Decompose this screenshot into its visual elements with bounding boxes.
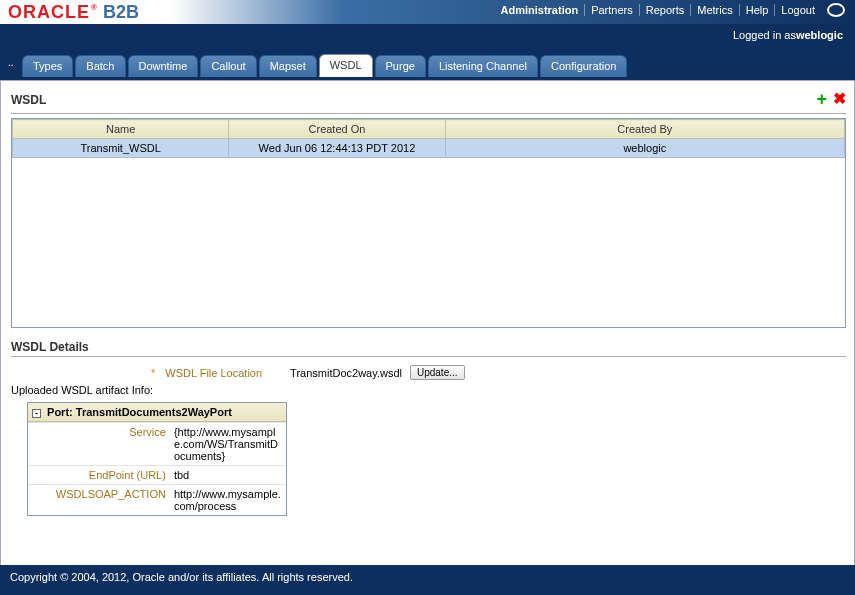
wsdl-table: Name Created On Created By Transmit_WSDL… [11,118,846,328]
cell-name: Transmit_WSDL [13,139,229,158]
logged-in-label: Logged in as [733,29,796,41]
table-header-row: Name Created On Created By [13,120,845,139]
table-row[interactable]: Transmit_WSDL Wed Jun 06 12:44:13 PDT 20… [13,139,845,158]
content: WSDL + ✖ Name Created On Created By Tran… [0,80,855,570]
table-empty-area [13,158,845,328]
tabs-area: .. Types Batch Downtime Callout Mapset W… [0,46,855,80]
artifact-row: EndPoint (URL) tbd [28,466,286,485]
tab-downtime[interactable]: Downtime [128,55,199,77]
collapse-icon[interactable]: - [32,409,41,418]
tab-mapset[interactable]: Mapset [259,55,317,77]
info-icon[interactable] [827,3,845,17]
nav-partners[interactable]: Partners [585,4,640,16]
nav-administration[interactable]: Administration [495,4,586,16]
required-marker: * [151,367,155,379]
tab-callout[interactable]: Callout [200,55,256,77]
footer: Copyright © 2004, 2012, Oracle and/or it… [0,565,855,595]
artifact-row: WSDLSOAP_ACTION http://www.mysample.com/… [28,485,286,516]
top-nav: Administration Partners Reports Metrics … [495,3,845,17]
details-title: WSDL Details [11,338,846,357]
nav-metrics[interactable]: Metrics [691,4,739,16]
nav-reports[interactable]: Reports [640,4,692,16]
col-created-on[interactable]: Created On [229,120,445,139]
tab-batch[interactable]: Batch [75,55,125,77]
panel-header: WSDL + ✖ [11,87,846,114]
service-value: {http://www.mysample.com/WS/TransmitDocu… [170,423,286,466]
port-prefix: Port: [47,406,76,418]
cell-created-by: weblogic [445,139,844,158]
logo-oracle: ORACLE [8,2,97,23]
artifact-info-label: Uploaded WSDL artifact Info: [11,384,846,396]
tab-wsdl[interactable]: WSDL [319,54,373,77]
update-button[interactable]: Update... [410,365,465,380]
copyright: Copyright © 2004, 2012, Oracle and/or it… [10,571,353,583]
wsdl-file-location-label: WSDL File Location [165,367,262,379]
col-created-by[interactable]: Created By [445,120,844,139]
artifact-panel: - Port: TransmitDocuments2WayPort Servic… [27,402,287,516]
header: ORACLE B2B Administration Partners Repor… [0,0,855,24]
soap-action-key: WSDLSOAP_ACTION [28,485,170,516]
panel-title: WSDL [11,93,46,107]
endpoint-key: EndPoint (URL) [28,466,170,485]
service-key: Service [28,423,170,466]
logo-product: B2B [103,2,139,23]
tab-types[interactable]: Types [22,55,73,77]
nav-help[interactable]: Help [740,4,776,16]
add-icon[interactable]: + [816,89,827,110]
nav-logout[interactable]: Logout [775,4,821,16]
artifact-port-header[interactable]: - Port: TransmitDocuments2WayPort [28,403,286,422]
tab-scroll-left-icon[interactable]: .. [8,57,14,68]
wsdl-file-row: * WSDL File Location TransmitDoc2way.wsd… [151,365,846,380]
soap-action-value: http://www.mysample.com/process [170,485,286,516]
cell-created-on: Wed Jun 06 12:44:13 PDT 2012 [229,139,445,158]
tabs: Types Batch Downtime Callout Mapset WSDL… [22,54,847,77]
content-scroll[interactable]: WSDL + ✖ Name Created On Created By Tran… [11,87,848,547]
panel-actions: + ✖ [816,89,846,110]
tab-configuration[interactable]: Configuration [540,55,627,77]
wsdl-file-location-value: TransmitDoc2way.wsdl [290,367,402,379]
logo: ORACLE B2B [8,2,139,23]
logged-in-user: weblogic [796,29,843,41]
col-name[interactable]: Name [13,120,229,139]
user-bar: Logged in as weblogic [0,24,855,46]
port-name: TransmitDocuments2WayPort [76,406,232,418]
remove-icon[interactable]: ✖ [833,89,846,110]
tab-listening-channel[interactable]: Listening Channel [428,55,538,77]
tab-purge[interactable]: Purge [375,55,426,77]
artifact-row: Service {http://www.mysample.com/WS/Tran… [28,423,286,466]
endpoint-value: tbd [170,466,286,485]
